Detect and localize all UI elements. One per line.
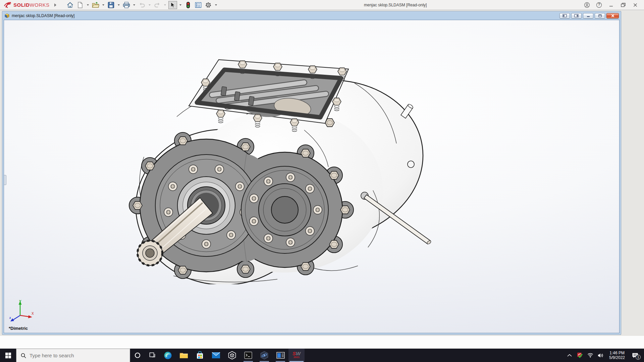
taskbar-app-edrawings[interactable] [256,349,272,362]
start-button[interactable] [0,349,16,362]
print-caret[interactable] [132,1,136,9]
status-bar [0,336,644,349]
taskbar-app-window[interactable] [272,349,288,362]
doc-close-icon [611,14,615,17]
feature-tree-splitter-tab[interactable] [4,175,6,185]
select-tool-caret[interactable] [178,1,182,9]
taskbar-app-3d-viewer[interactable] [224,349,240,362]
graphics-viewport[interactable]: Y X z *Dimetric [4,20,620,333]
file-properties-button[interactable] [194,1,203,9]
triad-z-label: z [9,316,11,319]
solidworks-logo: SOLIDWORKS [3,2,50,8]
logo-light: WORKS [30,2,49,8]
solidworks-logo-icon [3,2,12,8]
select-arrow-icon [170,2,175,8]
new-document-button[interactable] [76,1,85,9]
home-button[interactable] [66,1,74,9]
app-titlebar: SOLIDWORKS [0,0,644,10]
triad-y-label: Y [19,300,21,303]
edrawings-icon [260,351,269,360]
windows-start-icon [5,353,11,358]
redo-icon [154,2,161,8]
options-gear-icon [205,2,212,8]
task-view-button[interactable] [145,349,160,362]
redo-caret[interactable] [163,1,167,9]
taskbar-app-file-explorer[interactable] [176,349,192,362]
close-button[interactable] [629,0,641,10]
chevron-up-icon [567,354,572,357]
select-tool-button[interactable] [168,1,177,9]
dock-pane-right-button[interactable] [571,13,582,18]
notification-badge: 1 [636,355,641,360]
redo-button[interactable] [153,1,162,9]
tray-solidworks-status[interactable] [576,349,584,362]
solidworks-logo-text: SOLIDWORKS [13,2,50,8]
save-icon [108,2,114,8]
search-input[interactable] [30,353,113,358]
taskbar-app-microsoft-store[interactable] [192,349,208,362]
undo-button[interactable] [138,1,146,9]
dock-pane-left-button[interactable] [559,13,570,18]
open-caret[interactable] [101,1,105,9]
minimize-button[interactable] [605,0,617,10]
help-button[interactable]: ? [593,0,605,10]
3d-viewer-icon [228,351,236,360]
save-caret[interactable] [117,1,121,9]
clock-date: 5/9/2022 [609,355,625,360]
dock-pane-right-icon [574,14,579,17]
clock-time: 1:46 PM [609,351,625,355]
tray-wifi[interactable] [586,349,594,362]
workspace: menjac sklop.SLDASM [Read-only] [0,10,644,349]
restore-icon [621,2,626,8]
task-view-icon [149,352,155,358]
undo-icon [139,2,145,8]
3d-model-gearbox[interactable] [123,46,442,284]
doc-restore-button[interactable] [595,13,605,18]
rebuild-traffic-light-icon [186,2,190,8]
search-icon [21,353,26,358]
solidworks-2021-icon: SW 2021 [292,352,301,359]
triad-x-label: X [32,312,34,315]
taskbar-app-edge[interactable] [160,349,176,362]
save-button[interactable] [107,1,115,9]
tray-expand-button[interactable] [566,349,574,362]
print-button[interactable] [122,1,131,9]
doc-close-button[interactable] [606,13,619,18]
document-titlebar[interactable]: menjac sklop.SLDASM [Read-only] [4,11,620,20]
new-document-caret[interactable] [86,1,90,9]
command-prompt-icon [244,352,252,359]
wifi-icon [587,353,593,358]
taskbar-app-mail[interactable] [208,349,224,362]
menu-expand-arrow-icon[interactable] [54,3,56,7]
reference-triad[interactable]: Y X z [9,299,35,324]
app-title: menjac sklop.SLDASM [Read-only] [364,3,427,7]
mail-icon [212,352,220,359]
tray-volume[interactable] [597,349,605,362]
options-caret[interactable] [214,1,218,9]
options-button[interactable] [204,1,213,9]
rebuild-button[interactable] [184,1,193,9]
help-glyph: ? [598,3,600,6]
dock-pane-left-icon [562,14,567,17]
system-tray: 1:46 PM 5/9/2022 1 [566,349,644,362]
open-button[interactable] [91,1,100,9]
edge-icon [164,351,172,360]
document-window: menjac sklop.SLDASM [Read-only] [2,11,621,335]
file-properties-icon [195,2,202,8]
window-controls: ? [581,0,641,10]
action-center-button[interactable]: 1 [629,349,641,362]
taskbar-app-command-prompt[interactable] [240,349,256,362]
account-button[interactable] [581,0,593,10]
taskbar-search[interactable] [16,349,130,362]
restore-button[interactable] [617,0,629,10]
taskbar-clock[interactable]: 1:46 PM 5/9/2022 [607,351,627,360]
undo-caret[interactable] [148,1,152,9]
taskbar-app-solidworks[interactable]: SW 2021 [288,349,305,362]
cortana-button[interactable] [130,349,145,362]
doc-minimize-button[interactable] [583,13,593,18]
sw-year: 2021 [293,355,300,359]
doc-restore-icon [598,14,602,17]
volume-icon [598,353,604,358]
new-document-icon [77,2,83,8]
open-icon [92,2,99,8]
